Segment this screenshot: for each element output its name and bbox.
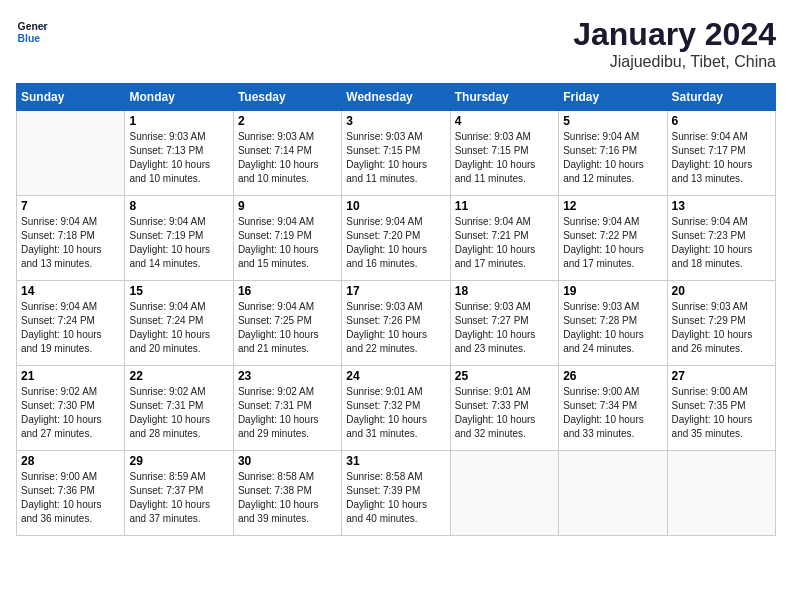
day-cell: 12Sunrise: 9:04 AMSunset: 7:22 PMDayligh… bbox=[559, 196, 667, 281]
day-number: 29 bbox=[129, 454, 228, 468]
day-detail: Sunrise: 9:00 AMSunset: 7:36 PMDaylight:… bbox=[21, 470, 120, 526]
day-cell: 4Sunrise: 9:03 AMSunset: 7:15 PMDaylight… bbox=[450, 111, 558, 196]
week-row-5: 28Sunrise: 9:00 AMSunset: 7:36 PMDayligh… bbox=[17, 451, 776, 536]
day-cell: 26Sunrise: 9:00 AMSunset: 7:34 PMDayligh… bbox=[559, 366, 667, 451]
day-detail: Sunrise: 9:04 AMSunset: 7:23 PMDaylight:… bbox=[672, 215, 771, 271]
day-detail: Sunrise: 9:04 AMSunset: 7:20 PMDaylight:… bbox=[346, 215, 445, 271]
header-thursday: Thursday bbox=[450, 84, 558, 111]
day-detail: Sunrise: 8:59 AMSunset: 7:37 PMDaylight:… bbox=[129, 470, 228, 526]
header-monday: Monday bbox=[125, 84, 233, 111]
header-tuesday: Tuesday bbox=[233, 84, 341, 111]
day-number: 6 bbox=[672, 114, 771, 128]
day-detail: Sunrise: 9:02 AMSunset: 7:30 PMDaylight:… bbox=[21, 385, 120, 441]
day-number: 7 bbox=[21, 199, 120, 213]
day-cell: 6Sunrise: 9:04 AMSunset: 7:17 PMDaylight… bbox=[667, 111, 775, 196]
week-row-1: 1Sunrise: 9:03 AMSunset: 7:13 PMDaylight… bbox=[17, 111, 776, 196]
day-detail: Sunrise: 9:04 AMSunset: 7:21 PMDaylight:… bbox=[455, 215, 554, 271]
day-number: 14 bbox=[21, 284, 120, 298]
day-cell: 14Sunrise: 9:04 AMSunset: 7:24 PMDayligh… bbox=[17, 281, 125, 366]
day-cell: 17Sunrise: 9:03 AMSunset: 7:26 PMDayligh… bbox=[342, 281, 450, 366]
header-wednesday: Wednesday bbox=[342, 84, 450, 111]
day-cell: 3Sunrise: 9:03 AMSunset: 7:15 PMDaylight… bbox=[342, 111, 450, 196]
day-number: 26 bbox=[563, 369, 662, 383]
day-number: 19 bbox=[563, 284, 662, 298]
day-number: 11 bbox=[455, 199, 554, 213]
day-cell: 15Sunrise: 9:04 AMSunset: 7:24 PMDayligh… bbox=[125, 281, 233, 366]
day-cell: 16Sunrise: 9:04 AMSunset: 7:25 PMDayligh… bbox=[233, 281, 341, 366]
day-detail: Sunrise: 9:04 AMSunset: 7:17 PMDaylight:… bbox=[672, 130, 771, 186]
day-detail: Sunrise: 9:03 AMSunset: 7:29 PMDaylight:… bbox=[672, 300, 771, 356]
day-detail: Sunrise: 9:04 AMSunset: 7:22 PMDaylight:… bbox=[563, 215, 662, 271]
page-header: General Blue January 2024 Jiajuedibu, Ti… bbox=[16, 16, 776, 71]
svg-text:Blue: Blue bbox=[18, 33, 41, 44]
day-number: 22 bbox=[129, 369, 228, 383]
day-cell: 13Sunrise: 9:04 AMSunset: 7:23 PMDayligh… bbox=[667, 196, 775, 281]
day-number: 28 bbox=[21, 454, 120, 468]
logo: General Blue bbox=[16, 16, 48, 48]
day-number: 16 bbox=[238, 284, 337, 298]
day-number: 3 bbox=[346, 114, 445, 128]
day-detail: Sunrise: 9:01 AMSunset: 7:32 PMDaylight:… bbox=[346, 385, 445, 441]
day-detail: Sunrise: 9:03 AMSunset: 7:14 PMDaylight:… bbox=[238, 130, 337, 186]
header-saturday: Saturday bbox=[667, 84, 775, 111]
day-detail: Sunrise: 9:03 AMSunset: 7:26 PMDaylight:… bbox=[346, 300, 445, 356]
day-cell: 1Sunrise: 9:03 AMSunset: 7:13 PMDaylight… bbox=[125, 111, 233, 196]
day-number: 9 bbox=[238, 199, 337, 213]
day-cell: 8Sunrise: 9:04 AMSunset: 7:19 PMDaylight… bbox=[125, 196, 233, 281]
day-cell: 28Sunrise: 9:00 AMSunset: 7:36 PMDayligh… bbox=[17, 451, 125, 536]
day-number: 17 bbox=[346, 284, 445, 298]
day-number: 18 bbox=[455, 284, 554, 298]
day-number: 25 bbox=[455, 369, 554, 383]
day-detail: Sunrise: 9:03 AMSunset: 7:28 PMDaylight:… bbox=[563, 300, 662, 356]
day-cell: 24Sunrise: 9:01 AMSunset: 7:32 PMDayligh… bbox=[342, 366, 450, 451]
day-number: 10 bbox=[346, 199, 445, 213]
day-detail: Sunrise: 9:03 AMSunset: 7:13 PMDaylight:… bbox=[129, 130, 228, 186]
day-number: 15 bbox=[129, 284, 228, 298]
day-cell: 29Sunrise: 8:59 AMSunset: 7:37 PMDayligh… bbox=[125, 451, 233, 536]
week-row-2: 7Sunrise: 9:04 AMSunset: 7:18 PMDaylight… bbox=[17, 196, 776, 281]
day-cell: 19Sunrise: 9:03 AMSunset: 7:28 PMDayligh… bbox=[559, 281, 667, 366]
day-cell: 11Sunrise: 9:04 AMSunset: 7:21 PMDayligh… bbox=[450, 196, 558, 281]
day-cell: 22Sunrise: 9:02 AMSunset: 7:31 PMDayligh… bbox=[125, 366, 233, 451]
day-detail: Sunrise: 9:03 AMSunset: 7:15 PMDaylight:… bbox=[346, 130, 445, 186]
day-cell: 21Sunrise: 9:02 AMSunset: 7:30 PMDayligh… bbox=[17, 366, 125, 451]
calendar-table: SundayMondayTuesdayWednesdayThursdayFrid… bbox=[16, 83, 776, 536]
day-number: 27 bbox=[672, 369, 771, 383]
day-detail: Sunrise: 9:02 AMSunset: 7:31 PMDaylight:… bbox=[238, 385, 337, 441]
day-cell: 23Sunrise: 9:02 AMSunset: 7:31 PMDayligh… bbox=[233, 366, 341, 451]
day-cell: 9Sunrise: 9:04 AMSunset: 7:19 PMDaylight… bbox=[233, 196, 341, 281]
day-number: 5 bbox=[563, 114, 662, 128]
day-cell bbox=[17, 111, 125, 196]
day-cell: 20Sunrise: 9:03 AMSunset: 7:29 PMDayligh… bbox=[667, 281, 775, 366]
day-detail: Sunrise: 9:01 AMSunset: 7:33 PMDaylight:… bbox=[455, 385, 554, 441]
day-detail: Sunrise: 9:04 AMSunset: 7:25 PMDaylight:… bbox=[238, 300, 337, 356]
day-cell bbox=[667, 451, 775, 536]
day-cell: 2Sunrise: 9:03 AMSunset: 7:14 PMDaylight… bbox=[233, 111, 341, 196]
title-block: January 2024 Jiajuedibu, Tibet, China bbox=[573, 16, 776, 71]
header-sunday: Sunday bbox=[17, 84, 125, 111]
day-number: 20 bbox=[672, 284, 771, 298]
day-cell: 18Sunrise: 9:03 AMSunset: 7:27 PMDayligh… bbox=[450, 281, 558, 366]
day-number: 1 bbox=[129, 114, 228, 128]
day-detail: Sunrise: 8:58 AMSunset: 7:38 PMDaylight:… bbox=[238, 470, 337, 526]
day-cell: 30Sunrise: 8:58 AMSunset: 7:38 PMDayligh… bbox=[233, 451, 341, 536]
week-row-3: 14Sunrise: 9:04 AMSunset: 7:24 PMDayligh… bbox=[17, 281, 776, 366]
calendar-header-row: SundayMondayTuesdayWednesdayThursdayFrid… bbox=[17, 84, 776, 111]
day-detail: Sunrise: 9:03 AMSunset: 7:15 PMDaylight:… bbox=[455, 130, 554, 186]
day-number: 24 bbox=[346, 369, 445, 383]
day-number: 21 bbox=[21, 369, 120, 383]
day-cell: 7Sunrise: 9:04 AMSunset: 7:18 PMDaylight… bbox=[17, 196, 125, 281]
day-cell: 5Sunrise: 9:04 AMSunset: 7:16 PMDaylight… bbox=[559, 111, 667, 196]
day-cell: 25Sunrise: 9:01 AMSunset: 7:33 PMDayligh… bbox=[450, 366, 558, 451]
day-detail: Sunrise: 9:04 AMSunset: 7:16 PMDaylight:… bbox=[563, 130, 662, 186]
day-cell: 27Sunrise: 9:00 AMSunset: 7:35 PMDayligh… bbox=[667, 366, 775, 451]
logo-icon: General Blue bbox=[16, 16, 48, 48]
day-number: 31 bbox=[346, 454, 445, 468]
day-detail: Sunrise: 9:04 AMSunset: 7:18 PMDaylight:… bbox=[21, 215, 120, 271]
week-row-4: 21Sunrise: 9:02 AMSunset: 7:30 PMDayligh… bbox=[17, 366, 776, 451]
day-cell: 10Sunrise: 9:04 AMSunset: 7:20 PMDayligh… bbox=[342, 196, 450, 281]
day-detail: Sunrise: 9:03 AMSunset: 7:27 PMDaylight:… bbox=[455, 300, 554, 356]
day-number: 13 bbox=[672, 199, 771, 213]
day-cell bbox=[559, 451, 667, 536]
day-detail: Sunrise: 9:00 AMSunset: 7:35 PMDaylight:… bbox=[672, 385, 771, 441]
